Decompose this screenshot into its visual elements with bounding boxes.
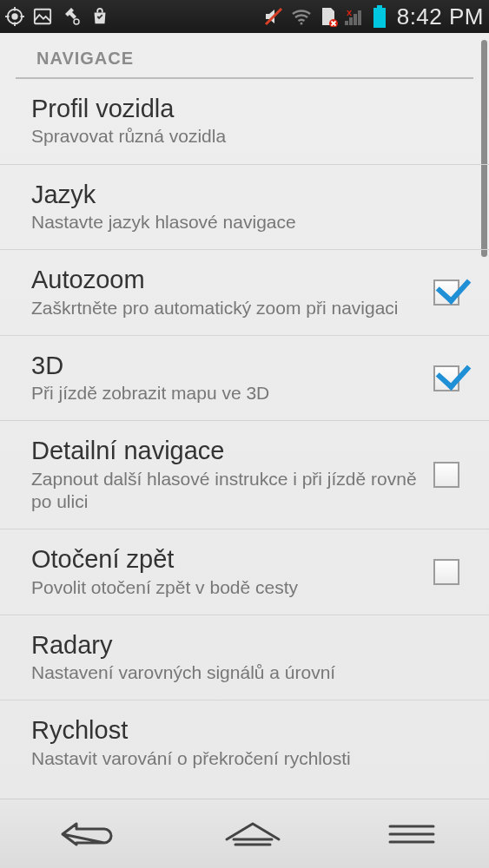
svg-rect-12	[349, 17, 353, 25]
row-subtitle: Nastavení varovných signálů a úrovní	[31, 661, 451, 684]
row-title: 3D	[31, 352, 425, 380]
row-3d[interactable]: 3D Při jízdě zobrazit mapu ve 3D	[0, 336, 489, 422]
row-otoceni-zpet[interactable]: Otočení zpět Povolit otočení zpět v bodě…	[0, 529, 489, 615]
row-rychlost[interactable]: Rychlost Nastavit varování o překročení …	[0, 700, 489, 786]
image-icon	[33, 7, 52, 26]
row-subtitle: Spravovat různá vozidla	[31, 125, 451, 148]
svg-rect-17	[373, 8, 386, 28]
row-title: Detailní navigace	[31, 437, 425, 465]
checkbox-autozoom[interactable]	[433, 279, 459, 306]
svg-point-1	[12, 14, 17, 19]
row-jazyk[interactable]: Jazyk Nastavte jazyk hlasové navigace	[0, 165, 489, 251]
svg-rect-11	[345, 21, 348, 25]
status-bar: x 8:42 PM	[0, 0, 489, 33]
row-subtitle: Povolit otočení zpět v bodě cesty	[31, 576, 425, 599]
home-button[interactable]	[218, 817, 287, 852]
svg-text:x: x	[347, 8, 353, 17]
row-profil-vozidla[interactable]: Profil vozidla Spravovat různá vozidla	[0, 79, 489, 165]
sim-error-icon	[319, 6, 338, 27]
row-radary[interactable]: Radary Nastavení varovných signálů a úro…	[0, 615, 489, 701]
row-title: Profil vozidla	[31, 95, 451, 123]
row-title: Autozoom	[31, 266, 425, 294]
row-subtitle: Při jízdě zobrazit mapu ve 3D	[31, 382, 425, 404]
row-title: Jazyk	[31, 181, 451, 209]
svg-point-7	[74, 19, 79, 24]
row-detailni-navigace[interactable]: Detailní navigace Zapnout další hlasové …	[0, 421, 489, 529]
svg-rect-13	[354, 14, 357, 25]
checkbox-detailni-navigace[interactable]	[433, 462, 459, 488]
shopping-icon	[90, 7, 109, 26]
status-clock: 8:42 PM	[397, 3, 484, 30]
wifi-icon	[291, 8, 312, 25]
svg-rect-16	[377, 5, 382, 8]
row-subtitle: Zapnout další hlasové instrukce i při jí…	[31, 468, 425, 514]
volume-muted-icon	[263, 6, 284, 27]
row-title: Otočení zpět	[31, 545, 425, 574]
gps-icon	[5, 7, 24, 26]
svg-point-9	[300, 23, 302, 25]
row-title: Radary	[31, 631, 451, 660]
row-subtitle: Nastavit varování o překročení rychlosti	[31, 747, 451, 770]
row-autozoom[interactable]: Autozoom Zaškrtněte pro automatický zoom…	[0, 250, 489, 336]
signal-icon: x	[345, 8, 366, 25]
row-subtitle: Zaškrtněte pro automatický zoom při navi…	[31, 297, 425, 319]
checkbox-3d[interactable]	[433, 365, 459, 391]
navigation-bar	[0, 799, 489, 868]
battery-icon	[373, 5, 387, 28]
svg-rect-14	[358, 10, 361, 25]
settings-content: NAVIGACE Profil vozidla Spravovat různá …	[0, 33, 489, 799]
menu-button[interactable]	[381, 821, 442, 847]
checkbox-otoceni-zpet[interactable]	[433, 559, 459, 585]
row-subtitle: Nastavte jazyk hlasové navigace	[31, 211, 451, 233]
running-icon	[61, 6, 82, 27]
section-header-navigace: NAVIGACE	[16, 33, 473, 79]
row-title: Rychlost	[31, 716, 451, 745]
back-button[interactable]	[47, 817, 125, 852]
